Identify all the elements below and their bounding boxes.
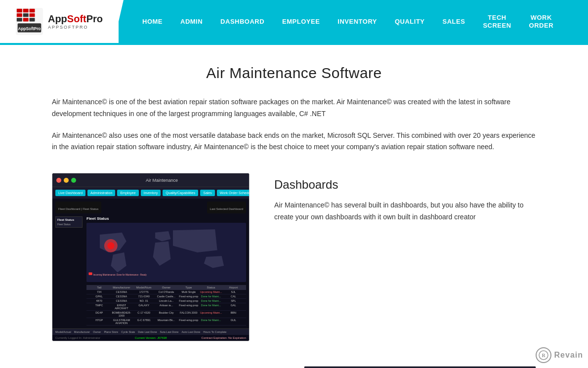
nav-item-inventory[interactable]: INVENTORY [329,0,386,43]
sw-table-row-4: TMPC ERNST AIRCRAFT GALAXY Artisan ia...… [86,303,246,311]
admin-screenshot-box: Air Maintenance Live Dashboard Administr… [304,366,536,368]
sw-fleet-status-title: Fleet Status [86,216,246,221]
svg-point-14 [107,243,114,249]
nav-work-line2: ORDER [529,22,553,30]
sw-nav-employee: Employee [117,190,138,196]
sw-body: Fleet Dashboard | Fleet Status Last Sele… [52,199,249,328]
svg-rect-2 [23,9,29,12]
nav-item-sales[interactable]: SALES [434,0,474,43]
sw-nav-work-order: Work Order Scheduling [217,190,250,196]
admin-text: Administration [52,366,279,368]
svg-rect-8 [23,18,29,21]
svg-rect-4 [17,13,22,17]
sw-window-title: Air Maintenance [146,178,178,183]
svg-rect-1 [17,9,22,12]
sw-nav-administration: Administration [87,190,115,196]
world-map-svg: Incoming Maintenance: Done for Maintenan… [86,223,246,282]
svg-text:R: R [542,353,546,358]
sw-app-nav: Live Dashboard Administration Employee I… [52,187,249,199]
sw-logged-in: Currently Logged In: Administrator [55,336,100,339]
main-nav: HOME ADMIN DASHBOARD EMPLOYEE INVENTORY … [114,0,588,43]
nav-items: HOME ADMIN DASHBOARD EMPLOYEE INVENTORY … [114,0,588,43]
logo-text: AppSoftPro AppSoftPro [48,14,103,30]
sw-table-row-1: 734 CESSNA 17277S Col O'Randa Multi Sing… [86,290,246,294]
main-content: Air Maintenance Software Air Maintenance… [22,45,566,368]
revain-label: Revain [554,351,583,360]
intro-paragraph-2: Air Maintenance© also uses one of the mo… [52,130,536,154]
logo-wrapper: AppSoftPro AppSoftPro AppSoftPro [16,8,103,35]
sw-th-status: Status [200,286,222,289]
sw-table-row-6: H7GP GULSTREAM AVIATION G-C 67891 Mounta… [86,318,246,326]
sw-nav-inventory: Inventory [141,190,161,196]
sw-th-tail: Tail [88,286,110,289]
sw-th-manufacturer: Manufacturer [110,286,132,289]
revain-logo-icon: R [536,347,551,363]
sw-nav-live-dashboard: Live Dashboard [55,190,85,196]
dashboards-title: Dashboards [274,178,536,192]
header: AppSoftPro AppSoftPro AppSoftPro HOME AD… [0,0,588,45]
svg-rect-5 [23,13,29,17]
nav-item-employee[interactable]: EMPLOYEE [273,0,329,43]
logo-name: AppSoftPro [48,14,103,24]
nav-work-line1: WORK [531,14,552,22]
sw-table-row-5: DG4P BOMBARDIER-1000 C-17 4320 Boulder C… [86,311,246,318]
revain-watermark: R Revain [536,347,583,363]
sw-version: Current Version: J07638 [135,336,167,339]
dashboards-feature-text: Dashboards Air Maintenance© has several … [274,173,536,223]
page-title: Air Maintenance Software [52,65,536,82]
sw-map-area: Incoming Maintenance: Done for Maintenan… [86,223,246,282]
administration-section: Administration Air Maintenance Live Dash… [52,366,536,368]
sw-th-type: Type [177,286,200,289]
sw-nav-sales: Sales [200,190,215,196]
dashboard-screenshot-box: Air Maintenance Live Dashboard Administr… [52,173,250,341]
svg-rect-7 [17,18,22,21]
svg-text:AppSoftPro: AppSoftPro [18,27,41,31]
nav-item-home[interactable]: HOME [133,0,171,43]
nav-item-dashboard[interactable]: DASHBOARD [211,0,273,43]
sw-th-owner: Owner [155,286,177,289]
feature-section-dashboards: Air Maintenance Live Dashboard Administr… [52,173,536,341]
logo-icon: AppSoftPro [16,8,43,35]
sw-table-row-3: 4870 CESSNA NO. 01 Lincoln La... Fixed-w… [86,299,246,303]
nav-item-work-order[interactable]: WORK ORDER [520,0,562,43]
sw-status-footer: Currently Logged In: Administrator Curre… [52,335,249,341]
svg-rect-6 [29,13,35,17]
dashboard-screenshot: Air Maintenance Live Dashboard Administr… [52,173,249,341]
sw-close-btn [56,178,61,183]
svg-rect-15 [88,273,92,275]
nav-tech-line1: TECH [488,14,506,22]
logo-tagline: AppSoftPro [48,25,103,30]
logo-area: AppSoftPro AppSoftPro AppSoftPro [0,0,119,43]
sw-maximize-btn [71,178,76,183]
sw-table-header: Tail Manufacturer Model/Num Owner Type S… [86,285,246,290]
sw-window-header: Air Maintenance [52,173,249,187]
nav-item-admin[interactable]: ADMIN [171,0,211,43]
nav-item-quality[interactable]: QUALITY [386,0,434,43]
svg-rect-3 [29,9,35,12]
sw-th-model: Model/Num [133,286,155,289]
sw-contract: Contract Expiration: No Expiration [202,336,246,339]
nav-item-tech-screen[interactable]: TECH SCREEN [474,0,520,43]
sw-table-row-2: GPKL CESSNA 721-0340 Castle Castle... Fi… [86,294,246,299]
intro-paragraph-1: Air Maintenance© is one of the best avia… [52,96,536,120]
sw-th-airport: Airport [222,286,245,289]
sw-nav-quality: Quality/Capabilities [163,190,198,196]
sw-minimize-btn [64,178,69,183]
dashboards-description: Air Maintenance© has several built in da… [274,200,536,223]
svg-rect-9 [29,18,35,21]
svg-text:Incoming Maintenance: Done for: Incoming Maintenance: Done for Maintenan… [93,274,147,276]
nav-tech-line2: SCREEN [483,22,511,30]
